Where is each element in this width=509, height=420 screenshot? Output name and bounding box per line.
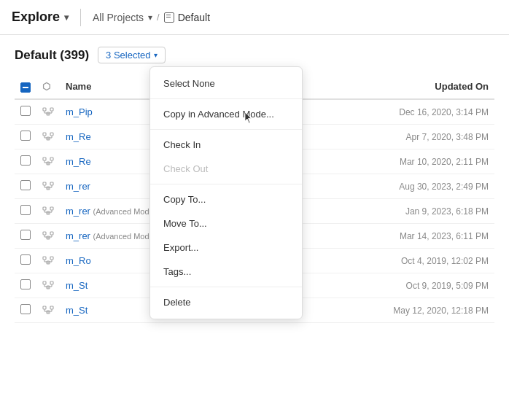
main-content: Default (399) 3 Selected ▾ ⬡ Name Update… xyxy=(0,35,509,335)
table-wrapper: ⬡ Name Updated On xyxy=(15,74,494,323)
selected-badge-button[interactable]: 3 Selected ▾ xyxy=(98,47,166,63)
menu-divider xyxy=(150,184,302,184)
svg-rect-0 xyxy=(43,108,46,111)
row-date: Apr 7, 2020, 3:48 PM xyxy=(406,132,489,142)
nav-divider xyxy=(80,9,81,26)
explore-label: Explore xyxy=(12,9,60,25)
row-name-link[interactable]: m_rer (Advanced Mode) xyxy=(66,230,156,241)
row-type-icon xyxy=(42,155,54,166)
row-type-icon xyxy=(42,279,54,290)
svg-rect-15 xyxy=(50,158,53,160)
svg-rect-49 xyxy=(43,281,46,284)
row-checkbox[interactable] xyxy=(20,279,31,289)
svg-rect-21 xyxy=(43,182,46,185)
svg-rect-50 xyxy=(50,281,53,284)
all-projects-nav[interactable]: All Projects ▾ xyxy=(93,12,152,23)
row-checkbox[interactable] xyxy=(20,254,31,265)
row-date: May 12, 2020, 12:18 PM xyxy=(393,306,489,316)
page-icon xyxy=(164,12,174,23)
row-name-link[interactable]: m_St xyxy=(66,280,88,291)
svg-rect-22 xyxy=(50,182,53,185)
menu-item-check-in[interactable]: Check In xyxy=(150,133,302,157)
row-checkbox[interactable] xyxy=(20,155,31,166)
menu-item-move-to[interactable]: Move To... xyxy=(150,211,302,236)
row-name-link[interactable]: m_Re xyxy=(66,156,91,167)
row-checkbox[interactable] xyxy=(20,230,31,240)
updated-column-header: Updated On xyxy=(363,74,494,99)
row-checkbox[interactable] xyxy=(20,205,31,215)
svg-rect-29 xyxy=(50,207,53,210)
menu-item-check-out: Check Out xyxy=(150,157,302,181)
row-date: Aug 30, 2023, 2:49 PM xyxy=(399,182,489,192)
row-name-link[interactable]: m_Ro xyxy=(66,255,91,266)
menu-item-delete[interactable]: Delete xyxy=(150,290,302,314)
projects-label: All Projects xyxy=(93,12,144,23)
menu-divider xyxy=(150,98,302,99)
explore-chevron-icon: ▾ xyxy=(64,12,69,23)
menu-item-tags[interactable]: Tags... xyxy=(150,260,302,284)
menu-item-copy-to[interactable]: Copy To... xyxy=(150,187,302,211)
default-nav[interactable]: Default xyxy=(164,12,210,23)
projects-chevron-icon: ▾ xyxy=(148,12,152,23)
row-name-link[interactable]: m_St xyxy=(66,305,88,316)
svg-rect-57 xyxy=(50,306,53,309)
row-type-icon xyxy=(42,303,54,315)
row-type-icon xyxy=(42,130,54,141)
svg-rect-8 xyxy=(50,133,53,136)
row-type-icon xyxy=(42,229,54,241)
section-title: Default (399) xyxy=(15,48,89,63)
svg-rect-14 xyxy=(43,158,46,160)
nav-separator: / xyxy=(157,12,160,23)
context-dropdown-menu: Select NoneCopy in Advanced Mode...Check… xyxy=(149,66,303,319)
row-type-icon xyxy=(42,179,54,191)
header-row: Default (399) 3 Selected ▾ xyxy=(15,47,494,63)
row-name-link[interactable]: m_Re xyxy=(66,131,91,142)
menu-item-export[interactable]: Export... xyxy=(150,236,302,260)
row-checkbox[interactable] xyxy=(20,304,31,314)
row-date: Mar 10, 2020, 2:11 PM xyxy=(400,157,489,167)
row-date: Dec 16, 2020, 3:14 PM xyxy=(399,107,489,117)
selected-label: 3 Selected xyxy=(106,50,150,61)
row-date: Oct 4, 2019, 12:02 PM xyxy=(401,256,489,266)
row-name-link[interactable]: m_rer xyxy=(66,181,90,192)
svg-rect-36 xyxy=(50,232,53,235)
svg-rect-43 xyxy=(50,257,53,260)
select-all-checkbox[interactable] xyxy=(20,82,31,93)
row-checkbox[interactable] xyxy=(20,180,31,190)
top-nav: Explore ▾ All Projects ▾ / Default xyxy=(0,0,509,35)
menu-item-copy-advanced[interactable]: Copy in Advanced Mode... xyxy=(150,102,302,126)
row-type-icon xyxy=(42,105,54,117)
row-checkbox[interactable] xyxy=(20,131,31,141)
row-name-link[interactable]: m_rer (Advanced Mode) xyxy=(66,206,156,217)
svg-rect-7 xyxy=(43,133,46,136)
row-name-link[interactable]: m_Pip xyxy=(66,106,93,117)
default-label: Default xyxy=(178,12,210,23)
row-type-icon xyxy=(42,204,54,216)
row-date: Oct 9, 2019, 5:09 PM xyxy=(406,281,489,291)
explore-nav[interactable]: Explore ▾ xyxy=(12,9,69,25)
menu-item-select-none[interactable]: Select None xyxy=(150,71,302,96)
type-icon-header: ⬡ xyxy=(42,81,50,92)
row-date: Mar 14, 2023, 6:11 PM xyxy=(400,231,489,241)
row-type-icon xyxy=(42,254,54,265)
svg-rect-28 xyxy=(43,207,46,210)
svg-rect-56 xyxy=(43,306,46,309)
menu-divider xyxy=(150,129,302,130)
row-checkbox[interactable] xyxy=(20,106,31,116)
selected-chevron-icon: ▾ xyxy=(154,51,158,59)
svg-rect-1 xyxy=(50,108,53,111)
menu-divider xyxy=(150,287,302,287)
row-date: Jan 9, 2023, 6:18 PM xyxy=(405,206,489,217)
svg-rect-35 xyxy=(43,232,46,235)
svg-rect-42 xyxy=(43,257,46,260)
